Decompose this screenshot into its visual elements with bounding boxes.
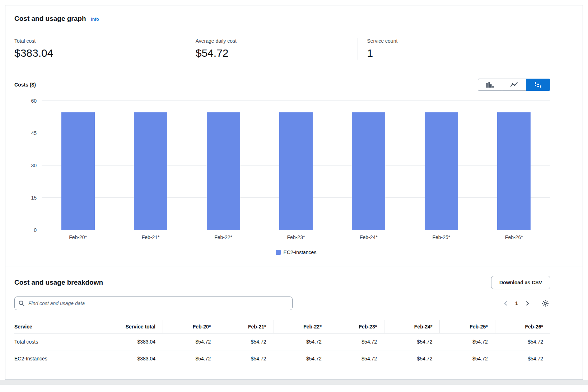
chart-bar-feb-22[interactable] [207, 112, 240, 230]
column-header-feb-20: Feb-20* [163, 320, 218, 333]
chart-type-stacked-bar-button[interactable] [526, 79, 550, 91]
x-axis-tick-label: Feb-22* [187, 234, 260, 240]
x-axis-tick-label: Feb-25* [405, 234, 477, 240]
column-header-service-total: Service total [85, 320, 163, 333]
download-csv-button[interactable]: Download as CSV [491, 276, 550, 289]
value-cell: $54.72 [218, 333, 273, 350]
legend-swatch [276, 250, 281, 255]
column-header-feb-22: Feb-22* [274, 320, 329, 333]
y-axis-tick-label: 30 [31, 163, 37, 168]
gear-icon [542, 300, 549, 307]
value-cell: $54.72 [439, 333, 495, 350]
x-axis-tick-label: Feb-23* [260, 234, 332, 240]
table-controls-row: 1 [14, 297, 550, 310]
chart-type-toggle [478, 79, 550, 91]
column-header-feb-25: Feb-25* [439, 320, 495, 333]
chart-costs-label: Costs ($) [14, 82, 36, 88]
value-cell: $54.72 [163, 333, 218, 350]
breakdown-header: Cost and usage breakdown Download as CSV [14, 276, 550, 289]
chart-bar-slot [260, 101, 332, 230]
column-header-service: Service [14, 320, 85, 333]
x-axis-tick-label: Feb-26* [478, 234, 550, 240]
breakdown-table: ServiceService totalFeb-20*Feb-21*Feb-22… [14, 320, 550, 367]
column-header-feb-21: Feb-21* [218, 320, 273, 333]
chart-bar-feb-20[interactable] [61, 112, 95, 230]
stat-average-daily-cost: Average daily cost $54.72 [186, 38, 358, 60]
value-cell: $54.72 [218, 350, 273, 367]
line-chart-icon [510, 81, 518, 88]
value-cell: $54.72 [495, 350, 550, 367]
chart-bar-slot [42, 101, 114, 230]
value-cell: $54.72 [274, 333, 329, 350]
column-header-feb-24: Feb-24* [384, 320, 439, 333]
legend-label: EC2-Instances [284, 249, 317, 255]
current-page[interactable]: 1 [514, 300, 519, 306]
legend-item-ec2-instances[interactable]: EC2-Instances [276, 249, 317, 255]
column-header-feb-26: Feb-26* [495, 320, 550, 333]
table-row-total-costs: Total costs$383.04$54.72$54.72$54.72$54.… [14, 333, 550, 350]
y-axis-tick-label: 45 [31, 130, 37, 136]
chart-bar-feb-23[interactable] [279, 112, 313, 230]
search-input[interactable] [14, 297, 293, 310]
service-name-cell: Total costs [14, 333, 85, 350]
chart-bar-slot [187, 101, 260, 230]
pagination: 1 [501, 298, 550, 308]
value-cell: $54.72 [439, 350, 495, 367]
chart-x-labels: Feb-20*Feb-21*Feb-22*Feb-23*Feb-24*Feb-2… [42, 234, 550, 240]
service-name-cell: EC2-Instances [14, 350, 85, 367]
table-header-row: ServiceService totalFeb-20*Feb-21*Feb-22… [14, 320, 550, 333]
stat-label: Service count [367, 38, 529, 44]
value-cell: $54.72 [384, 350, 439, 367]
panel-title: Cost and usage graph [14, 15, 86, 23]
panel-header: Cost and usage graph Info [5, 5, 583, 30]
stat-value: $54.72 [196, 47, 358, 60]
stat-label: Total cost [14, 38, 186, 44]
chart-bars [42, 101, 550, 230]
value-cell: $54.72 [274, 350, 329, 367]
value-cell: $383.04 [85, 333, 163, 350]
stacked-bar-chart-icon [534, 81, 542, 88]
previous-page-button[interactable] [501, 299, 510, 308]
value-cell: $383.04 [85, 350, 163, 367]
cost-and-usage-panel: Cost and usage graph Info Total cost $38… [5, 5, 583, 380]
breakdown-section: Cost and usage breakdown Download as CSV [5, 266, 583, 379]
search-box [14, 297, 293, 310]
x-axis-tick-label: Feb-24* [332, 234, 405, 240]
chart-bar-feb-26[interactable] [497, 112, 531, 230]
stat-service-count: Service count 1 [358, 38, 529, 60]
value-cell: $54.72 [384, 333, 439, 350]
value-cell: $54.72 [495, 333, 550, 350]
stat-value: $383.04 [14, 47, 186, 60]
chart-section: Costs ($) [5, 69, 583, 266]
breakdown-title: Cost and usage breakdown [14, 279, 103, 286]
y-axis-tick-label: 15 [31, 195, 37, 201]
y-axis-tick-label: 60 [31, 98, 37, 104]
chevron-right-icon [524, 300, 530, 306]
table-row-ec2-instances: EC2-Instances$383.04$54.72$54.72$54.72$5… [14, 350, 550, 367]
table-body: Total costs$383.04$54.72$54.72$54.72$54.… [14, 333, 550, 367]
summary-stats: Total cost $383.04 Average daily cost $5… [5, 30, 583, 69]
chart-bar-feb-24[interactable] [352, 112, 385, 230]
chart-bar-slot [405, 101, 477, 230]
stat-value: 1 [367, 47, 529, 60]
settings-gear-button[interactable] [540, 298, 550, 308]
next-page-button[interactable] [523, 299, 532, 308]
chevron-left-icon [503, 300, 509, 306]
chart-type-line-button[interactable] [502, 79, 526, 91]
stat-total-cost: Total cost $383.04 [14, 38, 186, 60]
info-link[interactable]: Info [91, 17, 99, 22]
y-axis-tick-label: 0 [34, 227, 37, 233]
grouped-bar-chart-icon [486, 81, 494, 88]
chart-plot: 015304560 [42, 101, 550, 230]
search-icon [19, 300, 24, 306]
chart-bar-feb-25[interactable] [425, 112, 458, 230]
chart-type-bar-button[interactable] [478, 79, 502, 91]
chart-header: Costs ($) [14, 79, 550, 91]
chart-legend: EC2-Instances [42, 249, 550, 255]
column-header-feb-23: Feb-23* [329, 320, 384, 333]
value-cell: $54.72 [163, 350, 218, 367]
stat-label: Average daily cost [196, 38, 358, 44]
value-cell: $54.72 [329, 350, 384, 367]
value-cell: $54.72 [329, 333, 384, 350]
chart-bar-feb-21[interactable] [134, 112, 167, 230]
